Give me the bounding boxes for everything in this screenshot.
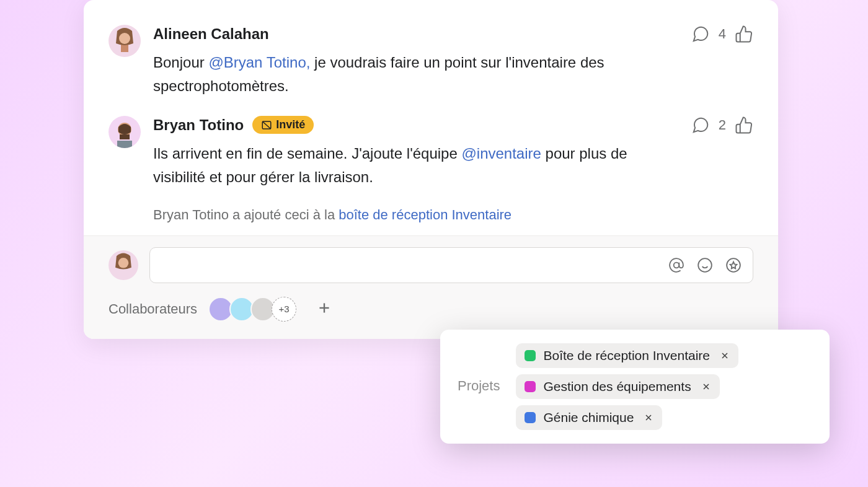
activity-log: Bryan Totino a ajouté ceci à la boîte de… <box>153 207 753 223</box>
projects-popover: Projets Boîte de réception Inventaire Ge… <box>440 330 830 444</box>
text-segment: Ils arrivent en fin de semaine. J'ajoute… <box>153 145 461 162</box>
project-name: Boîte de réception Inventaire <box>543 348 710 363</box>
avatar[interactable] <box>108 25 141 57</box>
svg-rect-4 <box>120 134 130 139</box>
close-icon[interactable] <box>701 382 711 392</box>
thumbs-up-icon[interactable] <box>735 25 753 43</box>
reply-icon[interactable] <box>691 25 710 43</box>
collaborator-more-count[interactable]: +3 <box>272 297 296 322</box>
collaborators-label: Collaborateurs <box>108 301 197 317</box>
guest-badge: Invité <box>252 116 314 134</box>
comment-input[interactable] <box>149 247 753 283</box>
comments-list: Alineen Calahan 4 Bonjour @Bryan Totino,… <box>84 0 778 235</box>
comment: Alineen Calahan 4 Bonjour @Bryan Totino,… <box>108 25 753 99</box>
add-collaborator-button[interactable] <box>316 300 332 318</box>
comment-header: Alineen Calahan 4 <box>153 25 753 43</box>
svg-line-7 <box>262 121 271 129</box>
svg-point-8 <box>118 258 129 268</box>
avatar[interactable] <box>108 116 141 148</box>
close-icon[interactable] <box>720 351 730 361</box>
svg-point-2 <box>119 33 130 44</box>
comment-actions: 4 <box>691 25 753 43</box>
comment-text: Ils arrivent en fin de semaine. J'ajoute… <box>153 142 637 190</box>
thumbs-up-icon[interactable] <box>735 116 753 134</box>
comment-body: Alineen Calahan 4 Bonjour @Bryan Totino,… <box>153 25 753 99</box>
project-name: Gestion des équipements <box>543 379 691 394</box>
collaborator-avatars: +3 <box>208 297 296 322</box>
project-chip[interactable]: Boîte de réception Inventaire <box>516 343 738 368</box>
comment-actions: 2 <box>691 116 753 134</box>
guest-icon <box>261 120 272 131</box>
text-segment: Bonjour <box>153 54 208 71</box>
composer-section: Collaborateurs +3 <box>84 235 778 339</box>
projects-list: Boîte de réception Inventaire Gestion de… <box>516 343 738 430</box>
comment: Bryan Totino Invité 2 <box>108 116 753 190</box>
projects-label: Projets <box>458 343 500 430</box>
project-color-dot <box>525 350 536 361</box>
svg-point-9 <box>674 262 680 268</box>
svg-marker-14 <box>730 261 737 268</box>
emoji-icon[interactable] <box>697 257 713 273</box>
svg-point-10 <box>698 258 712 272</box>
mention[interactable]: @inventaire <box>461 145 541 162</box>
project-color-dot <box>525 381 536 392</box>
svg-rect-5 <box>117 141 132 148</box>
close-icon[interactable] <box>644 413 653 423</box>
project-name: Génie chimique <box>543 410 634 425</box>
collaborators-row: Collaborateurs +3 <box>108 297 753 322</box>
composer-row <box>108 247 753 283</box>
activity-link[interactable]: boîte de réception Inventaire <box>339 207 512 222</box>
conversation-card: Alineen Calahan 4 Bonjour @Bryan Totino,… <box>84 0 778 339</box>
comment-body: Bryan Totino Invité 2 <box>153 116 753 190</box>
author-name: Alineen Calahan <box>153 25 269 43</box>
comment-header: Bryan Totino Invité 2 <box>153 116 753 134</box>
comment-text: Bonjour @Bryan Totino, je voudrais faire… <box>153 51 637 99</box>
project-chip[interactable]: Gestion des équipements <box>516 374 719 399</box>
like-count: 2 <box>719 117 726 133</box>
current-user-avatar[interactable] <box>108 250 138 280</box>
project-chip[interactable]: Génie chimique <box>516 405 662 430</box>
star-icon[interactable] <box>725 257 742 273</box>
author-name: Bryan Totino <box>153 116 244 134</box>
like-count: 4 <box>719 26 726 42</box>
guest-label-text: Invité <box>276 118 305 131</box>
mention[interactable]: @Bryan Totino, <box>208 54 310 71</box>
project-color-dot <box>525 412 536 423</box>
activity-prefix: Bryan Totino a ajouté ceci à la <box>153 207 339 222</box>
reply-icon[interactable] <box>691 116 710 134</box>
at-mention-icon[interactable] <box>668 257 684 273</box>
